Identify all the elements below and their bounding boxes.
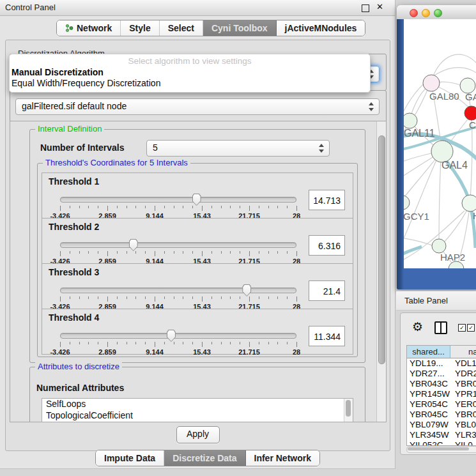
slider-track[interactable]	[60, 288, 296, 293]
threshold-value-field[interactable]: 21.4	[309, 280, 345, 301]
list-item-topologicalcoefficient[interactable]: TopologicalCoefficient	[42, 410, 353, 422]
network-edge[interactable]	[404, 155, 437, 179]
tab-select[interactable]: Select	[160, 20, 203, 36]
slider-thumb[interactable]	[242, 284, 251, 296]
threshold-value-field[interactable]: 11.344	[309, 326, 345, 346]
table-row[interactable]: YDL19...YDL1	[407, 358, 476, 369]
network-edge[interactable]	[439, 157, 441, 243]
settings-vertical-scrollbar[interactable]	[376, 121, 386, 422]
slider-track[interactable]	[60, 242, 296, 248]
tab-impute-data[interactable]: Impute Data	[96, 450, 164, 466]
bottom-tab-bar: Impute DataDiscretize DataInfer Network	[95, 450, 320, 466]
table-row[interactable]: YIL052CYIL0	[407, 440, 476, 446]
tick-mark	[174, 251, 174, 254]
tick-mark	[70, 296, 70, 299]
num-intervals-combobox[interactable]: 5	[146, 140, 330, 157]
list-item-selfloops[interactable]: SelfLoops	[42, 399, 353, 410]
tick-mark	[277, 206, 278, 208]
tab-discretize-data[interactable]: Discretize Data	[164, 450, 245, 466]
table-row[interactable]: YPR145WYPR1	[407, 389, 476, 399]
tick-mark	[240, 206, 240, 208]
table-panel-window: ⚙ ✓ ✓ shared... na YDL19...YDL1YDR27...Y…	[400, 312, 476, 455]
menu-item-equal-width-frequency-discretization[interactable]: Equal Width/Frequency Discretization	[10, 78, 370, 89]
table-row[interactable]: YBR045CYBR0	[407, 410, 476, 420]
minimize-traffic-light-icon[interactable]	[422, 9, 430, 17]
columns-icon[interactable]	[434, 321, 447, 334]
tick-mark	[202, 342, 203, 347]
table-row[interactable]: YDR27...YDR2	[407, 369, 476, 379]
slider-thumb[interactable]	[167, 330, 176, 342]
threshold-slider[interactable]: -3.4262.8599.14415.4321.71528	[60, 283, 296, 307]
tick-mark	[249, 296, 250, 302]
network-canvas[interactable]: GAL80GACGAL11GAL4GCY1HHAP2	[404, 19, 476, 268]
tick-mark	[117, 296, 118, 299]
gear-icon[interactable]: ⚙	[412, 319, 423, 334]
node-table: shared... na YDL19...YDL1YDR27...YDR2YBR…	[406, 345, 476, 446]
tick-mark	[259, 296, 259, 299]
list-item-betweennesscentrality[interactable]: BetweennessCentrality	[42, 421, 353, 422]
slider-ticks	[60, 296, 296, 302]
attributes-scrollbar[interactable]	[344, 399, 353, 422]
threshold-slider[interactable]: -3.4262.8599.14415.4321.71528	[60, 328, 296, 353]
tick-mark	[259, 206, 259, 208]
tick-mark	[211, 342, 212, 344]
attributes-group: Attributes to discretize Numerical Attri…	[29, 367, 365, 422]
zoom-traffic-light-icon[interactable]	[434, 9, 442, 17]
menu-item-manual-discretization[interactable]: Manual Discretization	[10, 67, 370, 78]
network-node-gal11[interactable]	[404, 113, 417, 128]
tick-mark	[164, 296, 165, 299]
scrollbar-thumb[interactable]	[346, 400, 351, 417]
slider-track[interactable]	[60, 197, 296, 203]
threshold-label: Threshold 2	[49, 222, 99, 232]
scrollbar-thumb[interactable]	[378, 135, 385, 364]
tick-mark	[70, 342, 70, 344]
table-row[interactable]: YLR345WYLR3	[407, 430, 476, 440]
top-tab-bar: NetworkStyleSelectCyni ToolboxjActiveMNo…	[56, 20, 365, 36]
threshold-slider[interactable]: -3.4262.8599.14415.4321.71528	[60, 192, 296, 217]
column-header-shared[interactable]: shared...	[407, 346, 450, 358]
table-row[interactable]: YBR043CYBR0	[407, 379, 476, 389]
node-label: GAL11	[404, 128, 435, 139]
tick-mark	[183, 206, 183, 208]
table-row[interactable]: YER054CYER0	[407, 399, 476, 410]
column-header-name[interactable]: na	[450, 346, 476, 358]
network-node-c[interactable]	[464, 106, 476, 120]
network-node-gal80[interactable]	[423, 75, 440, 91]
apply-button[interactable]: Apply	[176, 426, 220, 443]
tick-mark	[211, 251, 212, 254]
tick-mark	[277, 296, 278, 299]
checkbox-icon[interactable]: ✓	[467, 324, 475, 332]
threshold-value-field[interactable]: 6.316	[309, 235, 345, 256]
network-node-h[interactable]	[462, 195, 476, 211]
tab-network[interactable]: Network	[57, 20, 121, 36]
network-node-gal4[interactable]	[431, 141, 453, 162]
cell-name: YPR1	[450, 389, 476, 399]
network-node-gcy1[interactable]	[404, 196, 410, 210]
network-edge[interactable]	[404, 155, 439, 199]
scrollbar-thumb[interactable]	[408, 447, 469, 450]
tab-label: Network	[77, 23, 112, 33]
float-window-icon[interactable]	[362, 4, 369, 12]
tab-infer-network[interactable]: Infer Network	[246, 450, 319, 466]
table-data-combobox[interactable]: galFiltered.sif default node	[15, 98, 380, 115]
threshold-value-field[interactable]: 14.713	[309, 190, 345, 210]
close-icon[interactable]: ✕	[376, 2, 383, 12]
slider-track[interactable]	[60, 333, 296, 339]
tab-jactivemnodules[interactable]: jActiveMNodules	[277, 20, 365, 36]
checkbox-icon[interactable]: ✓	[458, 324, 466, 332]
threshold-slider[interactable]: -3.4262.8599.14415.4321.71528	[60, 238, 296, 262]
network-edge[interactable]	[413, 86, 429, 119]
slider-thumb[interactable]	[129, 239, 138, 251]
tab-cyni-toolbox[interactable]: Cyni Toolbox	[203, 20, 277, 36]
slider-thumb[interactable]	[192, 194, 201, 206]
table-row[interactable]: YBL079WYBL0	[407, 420, 476, 430]
tab-style[interactable]: Style	[121, 20, 159, 36]
control-panel-titlebar: Control Panel ✕	[0, 0, 395, 16]
network-node-hap2[interactable]	[432, 239, 446, 253]
tick-mark	[268, 296, 269, 299]
tick-mark	[202, 206, 203, 211]
table-horizontal-scrollbar[interactable]	[406, 446, 476, 453]
close-traffic-light-icon[interactable]	[410, 9, 418, 17]
settings-panel: Discretization Algorithm Table Data galF…	[5, 40, 390, 451]
tick-mark	[145, 342, 146, 344]
